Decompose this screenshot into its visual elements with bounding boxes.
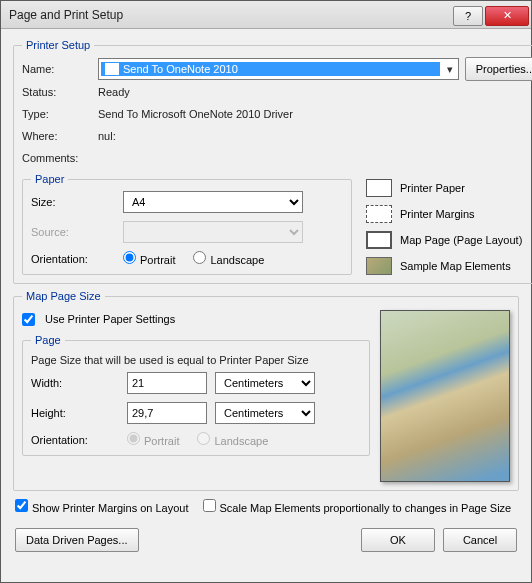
- height-input[interactable]: [127, 402, 207, 424]
- printer-margins-label: Printer Margins: [400, 208, 475, 220]
- height-label: Height:: [31, 407, 119, 419]
- cancel-button[interactable]: Cancel: [443, 528, 517, 552]
- printer-paper-label: Printer Paper: [400, 182, 465, 194]
- comments-label: Comments:: [22, 152, 92, 164]
- page-group: Page Page Size that will be used is equa…: [22, 334, 370, 456]
- printer-setup-group: Printer Setup Name: Send To OneNote 2010…: [13, 39, 532, 284]
- height-unit-select[interactable]: Centimeters: [215, 402, 315, 424]
- printer-paper-swatch: [366, 179, 392, 197]
- where-label: Where:: [22, 130, 92, 142]
- map-page-swatch: [366, 231, 392, 249]
- printer-name-value: Send To OneNote 2010: [123, 63, 238, 75]
- type-value: Send To Microsoft OneNote 2010 Driver: [98, 108, 293, 120]
- sample-map-swatch: [366, 257, 392, 275]
- portrait-radio[interactable]: Portrait: [123, 251, 175, 266]
- chevron-down-icon: ▾: [442, 63, 458, 76]
- paper-size-select[interactable]: A4: [123, 191, 303, 213]
- page-size-note: Page Size that will be used is equal to …: [31, 354, 361, 366]
- legend-column: Printer Paper Printer Margins Map Page (…: [366, 173, 532, 275]
- orientation-label: Orientation:: [31, 253, 123, 265]
- dialog-body: Printer Setup Name: Send To OneNote 2010…: [1, 29, 531, 582]
- use-printer-paper-checkbox[interactable]: Use Printer Paper Settings: [22, 308, 370, 330]
- dialog-footer: Data Driven Pages... OK Cancel: [13, 522, 519, 554]
- paper-group: Paper Size: A4 Source: Orientation: Port…: [22, 173, 352, 275]
- landscape-radio[interactable]: Landscape: [193, 251, 264, 266]
- status-value: Ready: [98, 86, 130, 98]
- titlebar: Page and Print Setup ? ✕: [1, 1, 531, 29]
- status-label: Status:: [22, 86, 92, 98]
- show-margins-checkbox[interactable]: Show Printer Margins on Layout: [15, 499, 189, 514]
- map-page-label: Map Page (Page Layout): [400, 234, 522, 246]
- help-button[interactable]: ?: [453, 6, 483, 26]
- where-value: nul:: [98, 130, 116, 142]
- paper-source-select: [123, 221, 303, 243]
- paper-legend: Paper: [31, 173, 68, 185]
- map-page-size-legend: Map Page Size: [22, 290, 105, 302]
- dialog-window: Page and Print Setup ? ✕ Printer Setup N…: [0, 0, 532, 583]
- page-legend: Page: [31, 334, 65, 346]
- close-icon: ✕: [503, 9, 512, 22]
- data-driven-pages-button[interactable]: Data Driven Pages...: [15, 528, 139, 552]
- page-portrait-radio: Portrait: [127, 432, 179, 447]
- width-unit-select[interactable]: Centimeters: [215, 372, 315, 394]
- size-label: Size:: [31, 196, 123, 208]
- printer-name-select[interactable]: Send To OneNote 2010 ▾: [98, 58, 459, 80]
- scale-elements-checkbox[interactable]: Scale Map Elements proportionally to cha…: [203, 499, 512, 514]
- ok-button[interactable]: OK: [361, 528, 435, 552]
- page-landscape-radio: Landscape: [197, 432, 268, 447]
- map-page-size-group: Map Page Size Use Printer Paper Settings…: [13, 290, 519, 491]
- source-label: Source:: [31, 226, 101, 238]
- printer-margins-swatch: [366, 205, 392, 223]
- help-icon: ?: [465, 10, 471, 22]
- type-label: Type:: [22, 108, 92, 120]
- close-button[interactable]: ✕: [485, 6, 529, 26]
- name-label: Name:: [22, 63, 92, 75]
- page-preview: [380, 310, 510, 482]
- options-row: Show Printer Margins on Layout Scale Map…: [13, 497, 519, 516]
- page-orientation-label: Orientation:: [31, 434, 119, 446]
- printer-name-row: Name: Send To OneNote 2010 ▾ Properties.…: [22, 57, 532, 81]
- properties-button[interactable]: Properties...: [465, 57, 532, 81]
- width-label: Width:: [31, 377, 119, 389]
- window-title: Page and Print Setup: [9, 8, 453, 22]
- width-input[interactable]: [127, 372, 207, 394]
- sample-map-label: Sample Map Elements: [400, 260, 511, 272]
- printer-setup-legend: Printer Setup: [22, 39, 94, 51]
- printer-icon: [105, 63, 119, 75]
